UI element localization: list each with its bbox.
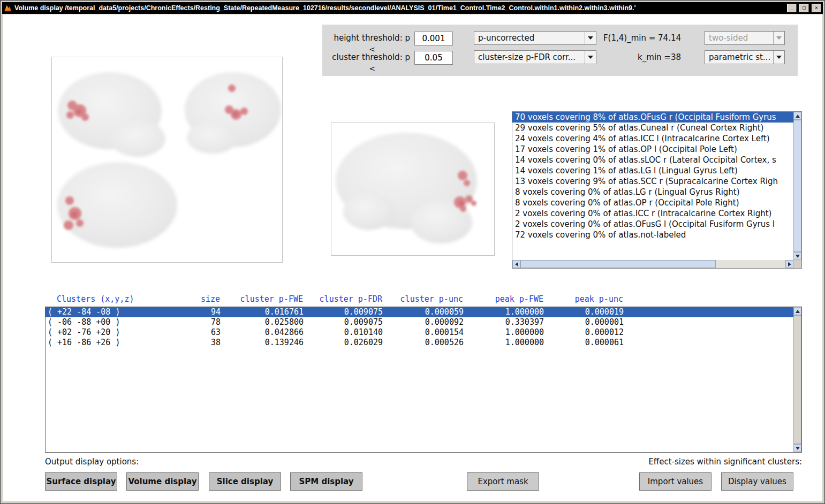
cluster-p-unc: 0.000059 [383,307,464,317]
table-vertical-scrollbar[interactable] [793,307,801,452]
column-header: Clusters (x,y,z) [45,293,173,306]
matlab-icon [4,4,12,12]
title-bar[interactable]: Volume display /temporal_data5/projects/… [2,2,823,14]
spm-display-button[interactable]: SPM display [290,472,362,491]
glass-brain-montage-image [52,57,282,262]
list-item[interactable]: 8 voxels covering 0% of atlas.LG r (Ling… [512,187,793,197]
column-header: cluster p-FWE [220,293,303,306]
chevron-down-icon [585,51,596,64]
brain-3d-view-image [331,123,494,255]
triangle-up-icon [796,114,800,118]
list-item[interactable]: 72 voxels covering 0% of atlas.not-label… [512,230,793,240]
chevron-down-icon [585,32,596,44]
peak-p-unc: 0.000061 [544,338,624,348]
maximize-button[interactable]: □ [799,4,809,12]
minimize-button[interactable]: _ [787,4,797,12]
cluster-p-fwe: 0.025800 [221,317,304,327]
list-vertical-scrollbar[interactable] [793,112,801,260]
cluster-size: 78 [174,317,221,327]
cluster-less-than-sign: < [368,64,376,73]
triangle-left-icon [515,262,518,266]
main-content: height threshold: p < p-uncorrected F(1,… [3,14,822,501]
column-header: cluster p-unc [382,293,463,306]
list-item[interactable]: 14 voxels covering 0% of atlas.sLOC r (L… [512,155,793,165]
import-values-button[interactable]: Import values [639,472,712,491]
table-row[interactable]: ( +02 -76 +20 ) 63 0.042866 0.010140 0.0… [46,327,793,338]
list-item[interactable]: 17 voxels covering 1% of atlas.OP l (Occ… [512,144,793,155]
cluster-p-fdr: 0.009075 [304,307,383,317]
dropdown-selected-value: two-sided [705,33,773,43]
cluster-p-unc: 0.000092 [383,317,464,327]
triangle-right-icon [788,262,791,266]
scroll-up-button[interactable] [793,307,801,315]
two-sided-dropdown: two-sided [705,31,785,45]
cluster-threshold-label: cluster threshold: p [322,52,410,63]
scrollbar-corner [793,260,801,268]
list-item[interactable]: 2 voxels covering 0% of atlas.ICC r (Int… [512,208,793,219]
list-item[interactable]: 2 voxels covering 0% of atlas.OFusG l (O… [512,219,793,230]
table-row[interactable]: ( +16 -86 +26 ) 38 0.139246 0.026029 0.0… [46,338,793,348]
export-mask-button[interactable]: Export mask [467,472,539,491]
scroll-down-button[interactable] [793,444,801,452]
list-horizontal-scrollbar[interactable] [512,260,793,268]
scroll-left-button[interactable] [512,260,520,268]
cluster-p-fdr: 0.009075 [304,317,383,327]
height-threshold-type-dropdown[interactable]: p-uncorrected [474,31,596,45]
display-values-button[interactable]: Display values [721,472,793,491]
table-row[interactable]: ( +22 -84 -08 ) 94 0.016761 0.009075 0.0… [46,307,793,317]
cluster-p-fdr: 0.010140 [304,327,383,338]
k-min-readout: k_min =38 [598,52,681,63]
column-header: peak p-FWE [463,293,543,306]
cluster-table-header: Clusters (x,y,z) size cluster p-FWE clus… [45,293,793,306]
cluster-xyz: ( -06 -88 +00 ) [46,317,174,327]
surface-display-button[interactable]: Surface display [45,472,117,491]
vertical-scroll-thumb[interactable] [793,315,801,444]
cluster-threshold-type-dropdown[interactable]: cluster-size p-FDR corr... [474,50,596,64]
atlas-voxel-list-items: 70 voxels covering 8% of atlas.OFusG r (… [512,112,793,260]
dropdown-selected-value: p-uncorrected [474,33,585,43]
scroll-up-button[interactable] [793,112,801,120]
triangle-up-icon [796,310,800,313]
close-button[interactable]: ✕ [812,4,821,12]
volume-display-button[interactable]: Volume display [126,472,199,491]
cluster-size: 63 [174,327,221,338]
cluster-p-unc: 0.000526 [383,338,464,348]
peak-p-fwe: 1.000000 [464,327,544,338]
list-item[interactable]: 24 voxels covering 4% of atlas.ICC l (In… [512,133,793,144]
peak-p-fwe: 0.330397 [464,317,544,327]
list-item[interactable]: 14 voxels covering 1% of atlas.LG l (Lin… [512,165,793,176]
list-item[interactable]: 29 voxels covering 5% of atlas.Cuneal r … [512,123,793,133]
brain-3d-view [331,123,495,256]
cluster-size: 94 [174,307,221,317]
threshold-panel: height threshold: p < p-uncorrected F(1,… [322,25,798,76]
f-min-readout: F(1,4)_min = 74.14 [598,33,681,43]
peak-p-fwe: 1.000000 [464,338,544,348]
cluster-p-fdr: 0.026029 [304,338,383,348]
peak-p-unc: 0.000001 [544,317,624,327]
height-threshold-label: height threshold: p [322,33,410,43]
list-item[interactable]: 70 voxels covering 8% of atlas.OFusG r (… [512,112,793,123]
cluster-table-rows: ( +22 -84 -08 ) 94 0.016761 0.009075 0.0… [46,307,793,452]
triangle-down-icon [796,447,800,450]
triangle-down-icon [796,255,800,258]
effect-sizes-label: Effect-sizes within significant clusters… [640,456,802,467]
height-threshold-input[interactable] [414,32,453,45]
scroll-track[interactable] [716,260,785,268]
list-item[interactable]: 8 voxels covering 0% of atlas.OP r (Occi… [512,197,793,208]
peak-p-unc: 0.000012 [544,327,624,338]
cluster-threshold-input[interactable] [414,51,453,65]
vertical-scroll-thumb[interactable] [793,120,801,252]
scroll-right-button[interactable] [785,260,793,268]
dropdown-selected-value: cluster-size p-FDR corr... [474,52,585,62]
parametric-stats-dropdown[interactable]: parametric st... [705,50,785,64]
cluster-xyz: ( +02 -76 +20 ) [46,327,174,338]
column-header: size [173,293,220,306]
slice-display-button[interactable]: Slice display [209,472,281,491]
scroll-down-button[interactable] [793,252,801,260]
table-row[interactable]: ( -06 -88 +00 ) 78 0.025800 0.009075 0.0… [46,317,793,327]
cluster-xyz: ( +22 -84 -08 ) [46,307,174,317]
list-item[interactable]: 13 voxels covering 9% of atlas.SCC r (Su… [512,176,793,187]
cluster-p-fwe: 0.016761 [221,307,304,317]
horizontal-scroll-thumb[interactable] [520,260,716,268]
chevron-down-icon [773,51,784,64]
